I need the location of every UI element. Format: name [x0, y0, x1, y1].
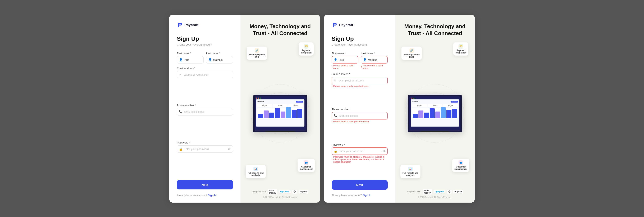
password-label-1: Password *: [177, 141, 233, 144]
tigopesa-brand-2: tigo pesa: [434, 190, 445, 193]
right-panel-1: Money, Technology andTrust - All Connect…: [240, 15, 320, 203]
airtel-brand-2: airtelmoney: [423, 189, 432, 195]
phone-group-1: Phone number * 📞: [177, 104, 233, 138]
reports-icon-2: 📊: [408, 167, 413, 171]
form-title-2: Sign Up: [332, 35, 388, 42]
customer-management-card-1: 👥 Customermanagement: [298, 159, 315, 172]
payment-icon-1: 💳: [304, 44, 308, 49]
next-button-2[interactable]: Next: [332, 180, 388, 190]
first-name-input-wrapper-2: 👤: [332, 56, 358, 63]
customer-management-card-2: 👥 Customermanagement: [452, 159, 470, 172]
payment-integration-card-1: 💳 PaymentIntegration: [298, 42, 314, 55]
email-label-1: Email Address *: [177, 67, 233, 70]
password-group-2: Password * 🔒 👁 Password must be at least…: [332, 143, 388, 175]
name-row-1: First name * 👤 Last name * 👤: [177, 52, 233, 67]
form-title-1: Sign Up: [177, 35, 233, 42]
left-panel-1: Paycraft Sign Up Create your Paycraft ac…: [169, 15, 240, 203]
laptop-screen-2: Dashboard Bank Transfer Balance$48,500 I…: [410, 96, 460, 130]
brand3-1: ⓞ: [292, 190, 297, 194]
first-name-group-1: First name * 👤: [177, 52, 204, 63]
signin-link-1[interactable]: Sign In: [208, 194, 216, 197]
right-panel-2: Money, Technology andTrust - All Connect…: [395, 15, 475, 203]
secure-icon-1: 🔗: [255, 48, 259, 53]
reports-card-2: 📊 Full reports andanalysis: [400, 165, 420, 178]
toggle-password-icon-1[interactable]: 👁: [228, 147, 231, 151]
password-error-2: Password must be at least 8 characters, …: [332, 156, 388, 163]
last-name-input-wrapper-2: 👤: [361, 56, 388, 63]
phone-label-1: Phone number *: [177, 104, 233, 107]
laptop-screen-1: Dashboard Bank Transfer Balance$48,500 I…: [255, 96, 306, 130]
reports-icon-1: 📊: [254, 167, 258, 171]
reports-card-1: 📊 Full reports andanalysis: [246, 165, 266, 178]
page-card-2: Paycraft Sign Up Create your Paycraft ac…: [324, 15, 475, 203]
first-name-input-1[interactable]: [177, 56, 204, 63]
tigopesa-brand-1: tigo pesa: [279, 190, 291, 193]
last-name-label-2: Last name *: [361, 52, 388, 55]
email-error-2: Please enter a valid email address: [332, 85, 388, 88]
last-name-group-2: Last name * 👤 Please enter a valid name: [361, 52, 388, 69]
email-input-wrapper-2: ✉: [332, 77, 388, 84]
phone-group-2: Phone number * 📞 Please enter a valid ph…: [332, 108, 388, 140]
next-button-1[interactable]: Next: [177, 180, 233, 190]
left-panel-2: Paycraft Sign Up Create your Paycraft ac…: [324, 15, 395, 203]
email-input-wrapper-1: ✉: [177, 71, 233, 78]
email-group-2: Email Address * ✉ Please enter a valid e…: [332, 73, 388, 105]
form-subtitle-1: Create your Paycraft account: [177, 43, 233, 46]
logo-text-2: Paycraft: [339, 23, 353, 27]
footer-2: © 2023 Paycraft. All Rights Reserved: [418, 196, 452, 199]
first-name-group-2: First name * 👤 Please enter a valid name: [332, 52, 358, 69]
screen-content-1: Dashboard Bank Transfer Balance$48,500 I…: [256, 99, 304, 127]
email-input-2[interactable]: [332, 77, 388, 84]
paycraft-logo-icon-2: [332, 22, 338, 28]
toggle-password-icon-2[interactable]: 👁: [382, 149, 386, 153]
phone-error-2: Please enter a valid phone number: [332, 120, 388, 123]
signin-text-1: Already have an account? Sign In: [177, 194, 233, 197]
password-input-wrapper-1: 🔒 👁: [177, 145, 233, 153]
phone-input-2[interactable]: [332, 112, 388, 119]
brand4-1: m-pesa: [298, 190, 308, 193]
integrated-label-1: Integrated with:: [252, 191, 266, 193]
first-name-input-2[interactable]: [332, 56, 358, 63]
last-name-input-2[interactable]: [361, 56, 388, 63]
pages-wrapper: Paycraft Sign Up Create your Paycraft ac…: [169, 15, 475, 203]
logo-text-1: Paycraft: [184, 23, 198, 27]
form-subtitle-2: Create your Paycraft account: [332, 43, 388, 46]
password-input-2[interactable]: [332, 147, 388, 155]
password-label-2: Password *: [332, 143, 388, 146]
payment-integration-card-2: 💳 PaymentIntegration: [453, 42, 468, 55]
payment-icon-2: 💳: [458, 44, 463, 49]
password-input-1[interactable]: [177, 145, 233, 153]
signin-link-2[interactable]: Sign In: [362, 194, 371, 197]
phone-input-wrapper-1: 📞: [177, 108, 233, 116]
integrations-row-1: Integrated with: airtelmoney tigo pesa ⓞ…: [252, 189, 308, 195]
signin-text-2: Already have an account? Sign In: [332, 194, 388, 197]
customer-icon-1: 👥: [304, 160, 308, 165]
customer-icon-2: 👥: [458, 160, 463, 165]
first-name-label-1: First name *: [177, 52, 204, 55]
last-name-label-1: Last name *: [206, 52, 233, 55]
brand3-2: ⓞ: [447, 190, 452, 194]
illustration-area-1: 🔗 Secure paymentlinks 💳 PaymentIntegrati…: [245, 40, 316, 186]
illustration-area-2: 🔗 Secure paymentlinks 💳 PaymentIntegrati…: [399, 40, 470, 186]
laptop-illustration-2: Dashboard Bank Transfer Balance$48,500 I…: [408, 95, 462, 132]
first-name-input-wrapper-1: 👤: [177, 56, 204, 63]
email-input-1[interactable]: [177, 71, 233, 78]
paycraft-logo-icon-1: [177, 22, 183, 28]
password-group-1: Password * 🔒 👁: [177, 141, 233, 175]
last-name-input-1[interactable]: [206, 56, 233, 63]
password-input-wrapper-2: 🔒 👁: [332, 147, 388, 155]
screen-content-2: Dashboard Bank Transfer Balance$48,500 I…: [411, 99, 459, 127]
integrations-row-2: Integrated with: airtelmoney tigo pesa ⓞ…: [407, 189, 463, 195]
right-title-1: Money, Technology andTrust - All Connect…: [250, 23, 311, 37]
logo-area-1: Paycraft: [177, 22, 233, 28]
phone-input-1[interactable]: [177, 108, 233, 116]
footer-1: © 2023 Paycraft. All Rights Reserved: [263, 196, 298, 199]
secure-icon-2: 🔗: [410, 48, 414, 53]
last-name-input-wrapper-1: 👤: [206, 56, 233, 63]
first-name-error-2: Please enter a valid name: [332, 64, 358, 69]
secure-payment-card-1: 🔗 Secure paymentlinks: [247, 47, 267, 60]
brand4-2: m-pesa: [453, 190, 463, 193]
page-card-1: Paycraft Sign Up Create your Paycraft ac…: [169, 15, 320, 203]
laptop-illustration-1: Dashboard Bank Transfer Balance$48,500 I…: [253, 95, 307, 132]
name-row-2: First name * 👤 Please enter a valid name…: [332, 52, 388, 73]
